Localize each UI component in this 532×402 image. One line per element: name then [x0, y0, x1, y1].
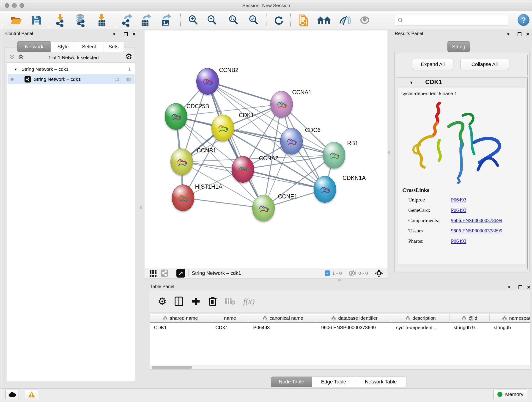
zoom-fit-button[interactable]	[227, 13, 241, 27]
tab-sets[interactable]: Sets	[103, 41, 124, 52]
show-columns-icon[interactable]	[174, 296, 184, 306]
tab-network[interactable]: Network	[17, 41, 51, 52]
network-collection-row[interactable]: ▼ String Network – cdk1 1	[7, 64, 134, 74]
network-canvas[interactable]: CCNB2CCNA1CDC25BCDK1CDC6RB1CCNB1CCNA2CDK…	[145, 31, 387, 268]
memory-button[interactable]: Memory	[494, 390, 527, 399]
control-panel-menu-icon[interactable]: ▾	[113, 32, 115, 36]
import-table-button[interactable]	[95, 13, 109, 27]
crosslink-value-link[interactable]: P06493	[451, 207, 466, 213]
tab-edge-table[interactable]: Edge Table	[312, 376, 355, 387]
save-session-button[interactable]	[30, 13, 44, 27]
table-panel-close-icon[interactable]: ✕	[527, 285, 531, 289]
protein-node-cdc6[interactable]	[280, 128, 303, 154]
crosslink-value-link[interactable]: 9606.ENSP00000378699	[451, 228, 502, 234]
tab-style[interactable]: Style	[51, 41, 75, 52]
column-header[interactable]: canonical name	[249, 314, 317, 323]
tab-string[interactable]: String	[447, 41, 470, 52]
bottom-splitter-handle[interactable]	[338, 279, 341, 281]
column-header[interactable]: @id	[450, 314, 490, 323]
protein-node-cdkn1a[interactable]	[314, 176, 336, 203]
protein-node-rb1[interactable]	[323, 142, 345, 168]
tab-select[interactable]: Select	[75, 41, 103, 52]
table-cell[interactable]: 9606.ENSP00000378699	[317, 323, 392, 332]
protein-node-ccnb1[interactable]	[171, 148, 193, 175]
export-table-button[interactable]	[139, 13, 153, 27]
string-protein-query-button[interactable]	[297, 13, 311, 27]
search-input[interactable]	[405, 17, 505, 23]
collapse-all-networks-button[interactable]	[8, 54, 15, 61]
open-session-button[interactable]	[9, 13, 23, 27]
import-network-from-database-button[interactable]	[73, 13, 87, 27]
birds-eye-grid-icon[interactable]	[149, 269, 157, 277]
results-panel-menu-icon[interactable]: ▾	[507, 32, 509, 36]
zoom-out-button[interactable]	[205, 13, 219, 27]
gene-name-header[interactable]: CDK1	[425, 79, 442, 86]
zoom-selected-button[interactable]	[247, 13, 261, 27]
column-header[interactable]: description	[392, 314, 450, 323]
expand-all-button[interactable]: Expand All	[412, 59, 453, 70]
import-network-button[interactable]	[53, 13, 67, 27]
protein-node-ccnb2[interactable]	[196, 68, 219, 95]
tree-expand-icon[interactable]: ▼	[14, 67, 17, 71]
show-graphics-details-button[interactable]	[358, 13, 372, 27]
left-splitter-handle[interactable]	[140, 206, 142, 209]
protein-node-cdc25b[interactable]	[165, 103, 187, 130]
delete-column-trash-icon[interactable]	[208, 296, 217, 306]
table-cell[interactable]: CDK1	[150, 323, 211, 332]
toolbar-separator	[290, 13, 291, 26]
string-home-button[interactable]	[317, 13, 331, 27]
export-network-button[interactable]	[120, 13, 134, 27]
gene-section-expand-icon[interactable]: ▼	[409, 80, 413, 85]
tab-node-table[interactable]: Node Table	[271, 376, 312, 387]
cloud-status-button[interactable]	[6, 390, 19, 399]
crosslink-value-link[interactable]: P06493	[451, 238, 466, 244]
network-options-gear-icon[interactable]: ⚙	[125, 52, 132, 60]
detach-view-icon[interactable]: ↗	[177, 269, 185, 278]
column-header[interactable]: database identifier	[317, 314, 392, 323]
fit-content-crosshair-icon[interactable]	[375, 269, 383, 278]
warnings-button[interactable]	[25, 390, 38, 399]
hidden-eye-slash-icon[interactable]	[348, 270, 356, 276]
table-cell[interactable]: stringdb:9...	[450, 323, 490, 332]
protein-node-ccna1[interactable]	[270, 91, 293, 118]
collapse-all-button[interactable]: Collapse All	[460, 59, 509, 70]
results-panel-close-icon[interactable]: ✕	[526, 32, 530, 36]
delete-table-icon[interactable]	[225, 298, 235, 305]
scrollbar-thumb[interactable]	[152, 366, 192, 369]
table-cell[interactable]: P06493	[249, 323, 317, 332]
protein-structure-thumbnail	[271, 91, 293, 118]
selected-checkbox-icon[interactable]: ✓	[325, 270, 330, 276]
tab-network-table[interactable]: Network Table	[355, 376, 406, 387]
zoom-in-button[interactable]	[186, 13, 201, 27]
protein-node-ccna2[interactable]	[232, 156, 254, 183]
control-panel-close-icon[interactable]: ✕	[132, 32, 136, 36]
table-panel-float-icon[interactable]	[519, 285, 522, 289]
enhanced-graphics-toggle-button[interactable]	[338, 13, 352, 27]
table-panel-menu-icon[interactable]: ▾	[508, 285, 510, 289]
function-builder-icon[interactable]: f(x)	[243, 297, 254, 306]
column-header[interactable]: name	[211, 314, 249, 323]
results-panel-float-icon[interactable]	[518, 32, 521, 36]
apply-layout-button[interactable]	[272, 13, 286, 27]
crosslink-value-link[interactable]: 9606.ENSP00000378699	[451, 217, 502, 223]
right-splitter-handle[interactable]	[388, 151, 390, 154]
network-row-selected[interactable]: String Network – cdk1 11 48	[7, 74, 134, 84]
table-horizontal-scrollbar[interactable]	[150, 365, 530, 370]
table-cell[interactable]: stringdb	[490, 323, 530, 332]
expand-all-networks-button[interactable]	[17, 54, 24, 61]
string-panel-toggle-icon[interactable]	[161, 269, 168, 277]
help-button[interactable]: ?	[518, 14, 530, 26]
crosslink-value-link[interactable]: P06493	[451, 197, 466, 203]
export-image-button[interactable]	[159, 13, 173, 27]
create-column-plus-icon[interactable]	[191, 297, 201, 306]
table-options-gear-icon[interactable]: ⚙	[158, 296, 167, 306]
protein-node-cdk1[interactable]	[211, 115, 234, 141]
control-panel-float-icon[interactable]	[124, 32, 128, 36]
protein-node-ccne1[interactable]	[252, 195, 275, 221]
column-header[interactable]: namespace	[490, 314, 530, 323]
table-cell[interactable]: CDK1	[211, 323, 249, 332]
table-cell[interactable]: cyclin-dependent ...	[392, 323, 450, 332]
protein-structure-image	[405, 99, 501, 184]
protein-node-hist1h1a[interactable]	[172, 185, 194, 211]
column-header[interactable]: shared name	[150, 314, 211, 323]
